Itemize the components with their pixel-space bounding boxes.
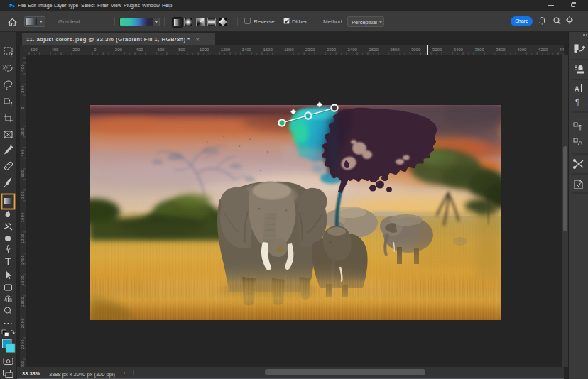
svg-text:A: A [578,139,582,146]
svg-text:A: A [575,85,579,93]
svg-text:¶: ¶ [575,99,579,106]
svg-text:¶: ¶ [578,123,582,131]
